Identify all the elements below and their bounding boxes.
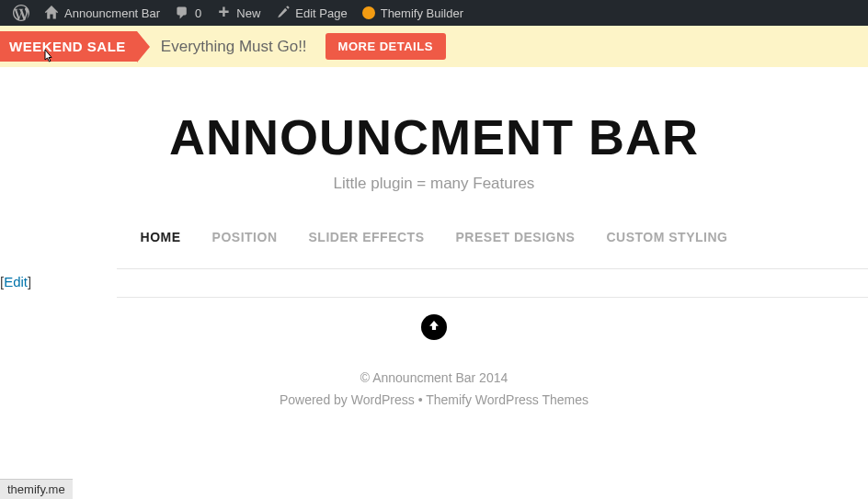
copyright-text: © Announcment Bar 2014 [0,368,868,390]
wordpress-link[interactable]: WordPress [351,392,415,407]
speech-bubble-icon [362,6,375,19]
announcement-bar: WEEKEND SALE Everything Must Go!! MORE D… [0,26,868,67]
status-url: themify.me [7,482,65,496]
site-name-menu[interactable]: Announcment Bar [37,0,167,26]
plus-icon [216,6,231,20]
comments-icon [175,6,189,20]
main-nav: HOME POSITION SLIDER EFFECTS PRESET DESI… [0,230,868,244]
new-content-menu[interactable]: New [209,0,268,26]
themify-link[interactable]: Themify WordPress Themes [426,392,588,407]
scroll-to-top-button[interactable] [421,314,447,340]
footer-separator: • [415,392,426,407]
ribbon-text: WEEKEND SALE [9,39,126,54]
announcement-message: Everything Must Go!! [161,38,307,56]
wordpress-icon [13,5,29,21]
comments-menu[interactable]: 0 [167,0,209,26]
nav-position[interactable]: POSITION [212,230,278,244]
edit-bracket-close: ] [28,274,31,289]
home-icon [44,6,59,20]
site-title: ANNOUNCMENT BAR [0,108,868,165]
nav-slider-effects[interactable]: SLIDER EFFECTS [309,230,425,244]
footer: © Announcment Bar 2014 Powered by WordPr… [0,368,868,412]
wp-logo-menu[interactable] [6,0,37,26]
edit-page-label: Edit Page [295,6,347,20]
powered-by-prefix: Powered by [280,392,351,407]
edit-page-menu[interactable]: Edit Page [268,0,354,26]
page-area: [Edit] [117,268,868,298]
pencil-icon [275,6,290,20]
edit-link-wrapper: [Edit] [0,274,31,289]
edit-link[interactable]: Edit [4,274,28,289]
wp-admin-bar: Announcment Bar 0 New Edit Page Themify … [0,0,868,26]
sale-ribbon[interactable]: WEEKEND SALE [0,31,137,62]
comments-count: 0 [195,6,201,20]
site-name-label: Announcment Bar [64,6,160,20]
nav-custom-styling[interactable]: CUSTOM STYLING [606,230,727,244]
new-label: New [236,6,260,20]
nav-preset-designs[interactable]: PRESET DESIGNS [456,230,576,244]
themify-label: Themify Builder [381,6,463,20]
browser-status-bar: themify.me [0,479,73,499]
themify-builder-menu[interactable]: Themify Builder [355,0,471,26]
site-tagline: Little plugin = many Features [0,175,868,193]
nav-home[interactable]: HOME [141,230,181,244]
site-content: ANNOUNCMENT BAR Little plugin = many Fea… [0,67,868,412]
arrow-up-icon [428,319,440,335]
more-details-button[interactable]: MORE DETAILS [326,33,446,60]
